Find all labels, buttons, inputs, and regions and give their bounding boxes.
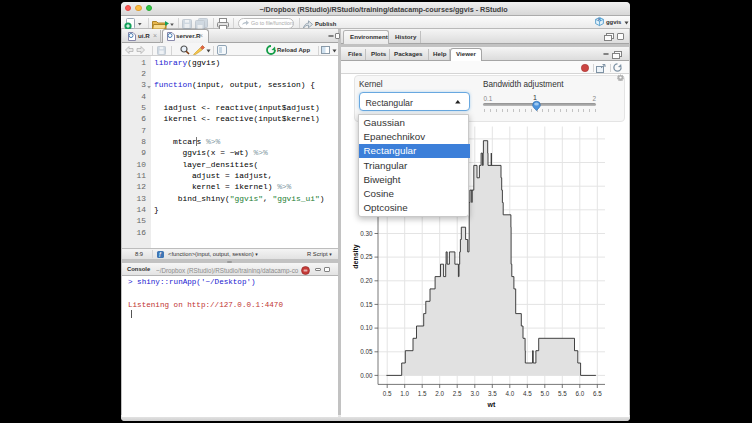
svg-text:0.5: 0.5 [383,390,392,397]
svg-text:4.0: 4.0 [505,390,514,397]
svg-text:0.10: 0.10 [360,324,373,331]
svg-text:6.0: 6.0 [575,390,584,397]
svg-text:5.0: 5.0 [540,390,549,397]
svg-text:R: R [598,17,601,22]
svg-text:4.5: 4.5 [523,390,532,397]
svg-text:3.0: 3.0 [470,390,479,397]
svg-text:5.5: 5.5 [558,390,567,397]
svg-text:0.00: 0.00 [360,372,373,379]
svg-text:6.5: 6.5 [593,390,602,397]
svg-text:0.20: 0.20 [360,277,373,284]
svg-text:3.5: 3.5 [488,390,497,397]
svg-text:0.05: 0.05 [360,348,373,355]
svg-text:0.30: 0.30 [360,230,373,237]
svg-text:density: density [352,244,360,269]
svg-text:2.5: 2.5 [453,390,462,397]
svg-text:wt: wt [487,401,496,408]
svg-text:0.15: 0.15 [360,301,373,308]
svg-text:2.0: 2.0 [435,390,444,397]
svg-text:1.0: 1.0 [400,390,409,397]
svg-text:1.5: 1.5 [418,390,427,397]
svg-text:0.25: 0.25 [360,253,373,260]
